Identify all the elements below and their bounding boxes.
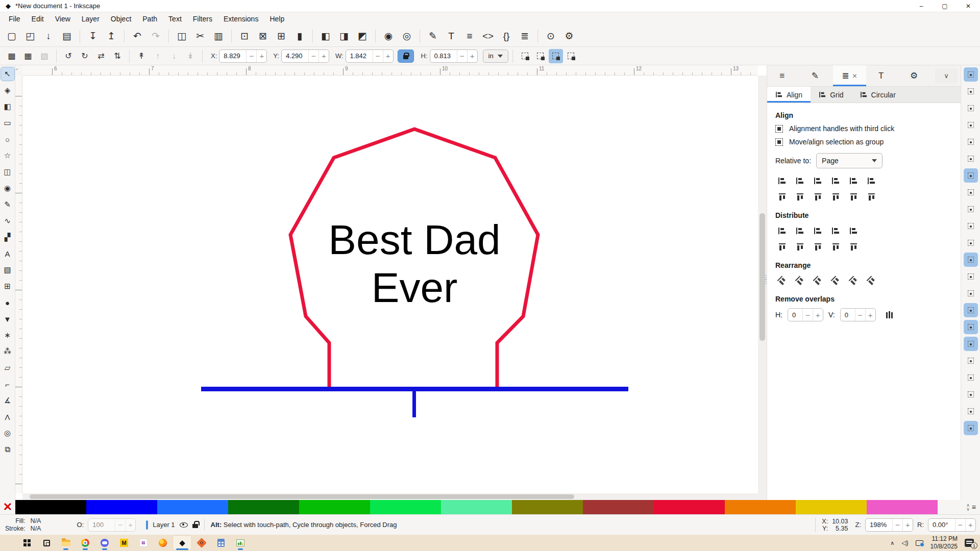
paste-button[interactable]: ▥: [210, 28, 227, 45]
swatch-crimson[interactable]: [654, 500, 725, 514]
align-bottom-button[interactable]: [829, 191, 842, 203]
swatch-blue[interactable]: [86, 500, 157, 514]
rotation-field[interactable]: 0.00° − +: [928, 518, 976, 532]
scale-stroke-toggle[interactable]: [518, 49, 532, 63]
width-decrement[interactable]: −: [373, 50, 383, 62]
redo-button[interactable]: ↷: [147, 28, 164, 45]
randomize-centers-button[interactable]: [847, 274, 860, 287]
align-bottom-to-anchor-top-button[interactable]: [775, 191, 789, 203]
align-text-baseline-button[interactable]: [865, 191, 878, 203]
command-button[interactable]: [124, 30, 125, 43]
x-decrement[interactable]: −: [246, 50, 256, 62]
create-clone-button[interactable]: ◨: [335, 28, 353, 45]
distribute-centers-vertically-button[interactable]: [793, 241, 806, 253]
export-button[interactable]: ↥: [103, 28, 120, 45]
unclump-button[interactable]: [865, 274, 878, 287]
node-tool[interactable]: ◈: [1, 84, 14, 97]
unlink-clone-button[interactable]: ◩: [354, 28, 371, 45]
snap-text-baselines-toggle[interactable]: [964, 303, 978, 317]
zoom-drawing-button[interactable]: ⊠: [254, 28, 272, 45]
text-dialog-button[interactable]: T: [443, 28, 460, 45]
flip-vertical-button[interactable]: ⇅: [110, 49, 125, 63]
y-decrement[interactable]: −: [308, 50, 318, 62]
selector-tool[interactable]: ↖: [1, 67, 14, 81]
pages-tool[interactable]: ⧉: [1, 443, 14, 456]
align-top-to-anchor-bottom-button[interactable]: [847, 191, 860, 203]
height-increment[interactable]: +: [467, 50, 477, 62]
drawing-svg[interactable]: Best Dad Ever: [22, 76, 758, 493]
discord-app[interactable]: [95, 535, 114, 550]
x-increment[interactable]: +: [256, 50, 266, 62]
distribute-text-anchors-horizontal-button[interactable]: [847, 224, 860, 237]
tab-grid[interactable]: Grid: [811, 87, 851, 103]
image-viewer-app[interactable]: [192, 535, 211, 550]
menu-item[interactable]: Help: [264, 14, 290, 24]
distribute-centers-horizontally-button[interactable]: [793, 224, 806, 237]
text-tool[interactable]: A: [1, 247, 14, 260]
distribute-text-baselines-button[interactable]: [847, 241, 860, 253]
exchange-selection-order-button[interactable]: [793, 274, 806, 287]
rectangle-tool[interactable]: ▭: [1, 116, 14, 130]
xml-editor-button[interactable]: <>: [479, 28, 497, 45]
zoom-decrement[interactable]: −: [892, 519, 902, 531]
star-tool[interactable]: ☆: [1, 149, 14, 162]
x-field[interactable]: 8.829 − +: [219, 49, 267, 63]
palette-menu-icon[interactable]: ≡: [972, 503, 976, 511]
snap-object-centers-toggle[interactable]: [964, 269, 978, 284]
h-gap-field[interactable]: 0 − +: [788, 308, 823, 321]
distribute-top-edges-button[interactable]: [775, 241, 789, 253]
snap-grids-toggle[interactable]: [964, 354, 978, 368]
move-gradients-toggle[interactable]: [549, 49, 563, 63]
opacity-decrement[interactable]: −: [115, 519, 125, 531]
measure-tool[interactable]: ∡: [1, 394, 14, 407]
layer-unlocked-icon[interactable]: [192, 524, 198, 528]
lower-button[interactable]: ↓: [166, 49, 182, 63]
current-layer-label[interactable]: Layer 1: [153, 521, 175, 529]
raise-to-top-button[interactable]: ↟: [134, 49, 149, 63]
fill-stroke-dialog-tab[interactable]: ✎: [800, 65, 834, 86]
taskbar-clock[interactable]: 11:12 PM 10/8/2025: [930, 535, 958, 550]
distribute-equal-vertical-gaps-button[interactable]: [829, 241, 842, 253]
volume-icon[interactable]: ◁): [901, 539, 908, 546]
spiral-tool[interactable]: ◉: [1, 182, 14, 195]
zoom-selection-button[interactable]: ⊡: [236, 28, 253, 45]
rotate-ccw-button[interactable]: ↺: [61, 49, 76, 63]
swatch-orange[interactable]: [725, 500, 796, 514]
menu-item[interactable]: Layer: [76, 14, 105, 24]
text-dialog-tab[interactable]: T: [866, 65, 899, 86]
alignment-handles-toggle[interactable]: Alignment handles with third click: [775, 124, 952, 133]
tweak-tool[interactable]: ∗: [1, 329, 14, 342]
eraser-tool[interactable]: ▱: [1, 361, 14, 374]
new-document-button[interactable]: ▢: [3, 28, 20, 45]
canvas-drawing-area[interactable]: Best Dad Ever: [22, 76, 758, 493]
layer-visibility-eye-icon[interactable]: [180, 522, 188, 528]
command-button[interactable]: [168, 30, 169, 43]
box-3d-tool[interactable]: ◫: [1, 165, 14, 179]
tools-dialog-tab[interactable]: ⚙: [899, 65, 932, 86]
align-dialog-button[interactable]: ≣: [516, 28, 533, 45]
menu-item[interactable]: Extensions: [218, 14, 264, 24]
dock-list-chevron[interactable]: ∨: [935, 68, 958, 83]
snap-bbox-edges-toggle[interactable]: [964, 101, 978, 115]
height-field[interactable]: 0.813 − +: [430, 49, 478, 63]
copy-button[interactable]: ◫: [173, 28, 190, 45]
pen-tool[interactable]: ∿: [1, 214, 14, 228]
v-gap-field[interactable]: 0 − +: [840, 308, 876, 321]
align-text-horizontal-button[interactable]: [865, 174, 878, 187]
menu-item[interactable]: File: [3, 14, 26, 24]
snap-distribution-toggle[interactable]: [964, 421, 978, 435]
align-left-button[interactable]: [793, 174, 806, 187]
relative-to-dropdown[interactable]: Page: [816, 153, 883, 168]
select-all-button[interactable]: ▩: [4, 49, 19, 63]
layers-dialog-button[interactable]: ≡: [461, 28, 478, 45]
flip-horizontal-button[interactable]: ⇄: [93, 49, 109, 63]
distribute-bottom-edges-button[interactable]: [811, 241, 824, 253]
snap-rotation-centers-toggle[interactable]: [964, 286, 978, 300]
command-button[interactable]: [375, 30, 376, 43]
snap-paths-toggle[interactable]: [964, 185, 978, 199]
center-on-vertical-axis-button[interactable]: [811, 174, 824, 187]
rotate-cw-button[interactable]: ↻: [77, 49, 92, 63]
snap-page-center-toggle[interactable]: [964, 337, 978, 351]
swatch-brick-red[interactable]: [583, 500, 654, 514]
width-field[interactable]: 1.842 − +: [346, 49, 394, 63]
